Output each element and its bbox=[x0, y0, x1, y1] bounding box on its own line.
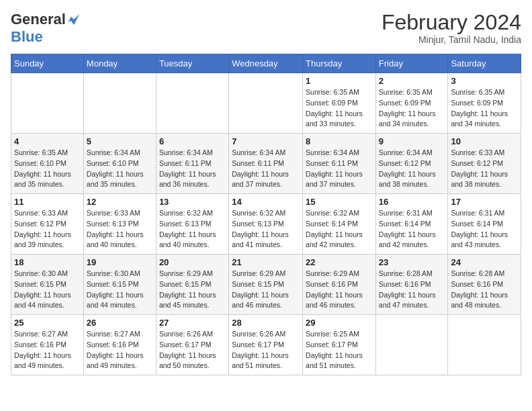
day-info: Sunrise: 6:33 AMSunset: 6:12 PMDaylight:… bbox=[14, 208, 81, 250]
day-number: 16 bbox=[379, 197, 445, 207]
day-of-week-wednesday: Wednesday bbox=[229, 54, 303, 73]
day-number: 29 bbox=[306, 318, 373, 328]
day-info: Sunrise: 6:34 AMSunset: 6:11 PMDaylight:… bbox=[306, 148, 373, 190]
calendar-cell: 5Sunrise: 6:34 AMSunset: 6:10 PMDaylight… bbox=[83, 134, 156, 194]
day-info: Sunrise: 6:31 AMSunset: 6:14 PMDaylight:… bbox=[451, 208, 518, 250]
header: General Blue February 2024 Minjur, Tamil… bbox=[11, 11, 521, 46]
day-number: 6 bbox=[159, 136, 226, 146]
calendar-cell: 7Sunrise: 6:34 AMSunset: 6:11 PMDaylight… bbox=[229, 134, 303, 194]
day-info: Sunrise: 6:34 AMSunset: 6:11 PMDaylight:… bbox=[232, 148, 300, 190]
calendar-cell: 16Sunrise: 6:31 AMSunset: 6:14 PMDayligh… bbox=[375, 194, 448, 255]
calendar-cell: 15Sunrise: 6:32 AMSunset: 6:14 PMDayligh… bbox=[303, 194, 376, 255]
calendar-cell: 9Sunrise: 6:34 AMSunset: 6:12 PMDaylight… bbox=[375, 134, 448, 194]
location-subtitle: Minjur, Tamil Nadu, India bbox=[382, 34, 521, 45]
day-number: 24 bbox=[451, 257, 518, 267]
day-number: 9 bbox=[379, 136, 445, 146]
day-info: Sunrise: 6:30 AMSunset: 6:15 PMDaylight:… bbox=[14, 269, 81, 311]
day-info: Sunrise: 6:32 AMSunset: 6:13 PMDaylight:… bbox=[232, 208, 300, 250]
day-of-week-thursday: Thursday bbox=[303, 54, 376, 73]
day-number: 2 bbox=[379, 76, 445, 86]
calendar-cell: 6Sunrise: 6:34 AMSunset: 6:11 PMDaylight… bbox=[156, 134, 228, 194]
day-number: 7 bbox=[232, 136, 300, 146]
day-info: Sunrise: 6:34 AMSunset: 6:10 PMDaylight:… bbox=[87, 148, 153, 190]
day-number: 13 bbox=[159, 197, 226, 207]
day-number: 19 bbox=[87, 257, 153, 267]
calendar-cell: 13Sunrise: 6:32 AMSunset: 6:13 PMDayligh… bbox=[156, 194, 228, 255]
day-number: 1 bbox=[306, 76, 373, 86]
calendar-cell: 19Sunrise: 6:30 AMSunset: 6:15 PMDayligh… bbox=[83, 255, 156, 315]
calendar-cell: 10Sunrise: 6:33 AMSunset: 6:12 PMDayligh… bbox=[448, 134, 521, 194]
calendar-cell: 27Sunrise: 6:26 AMSunset: 6:17 PMDayligh… bbox=[156, 315, 228, 375]
calendar-cell bbox=[375, 315, 448, 375]
calendar-cell bbox=[156, 73, 228, 134]
calendar-cell bbox=[11, 73, 84, 134]
calendar-cell bbox=[448, 315, 521, 375]
calendar-week-row: 1Sunrise: 6:35 AMSunset: 6:09 PMDaylight… bbox=[11, 73, 521, 134]
day-info: Sunrise: 6:31 AMSunset: 6:14 PMDaylight:… bbox=[379, 208, 445, 250]
day-info: Sunrise: 6:29 AMSunset: 6:15 PMDaylight:… bbox=[232, 269, 300, 311]
calendar-cell: 4Sunrise: 6:35 AMSunset: 6:10 PMDaylight… bbox=[11, 134, 84, 194]
day-info: Sunrise: 6:30 AMSunset: 6:15 PMDaylight:… bbox=[87, 269, 153, 311]
day-info: Sunrise: 6:28 AMSunset: 6:16 PMDaylight:… bbox=[379, 269, 445, 311]
calendar-week-row: 4Sunrise: 6:35 AMSunset: 6:10 PMDaylight… bbox=[11, 134, 521, 194]
calendar-cell: 8Sunrise: 6:34 AMSunset: 6:11 PMDaylight… bbox=[303, 134, 376, 194]
day-of-week-saturday: Saturday bbox=[448, 54, 521, 73]
calendar-cell: 24Sunrise: 6:28 AMSunset: 6:16 PMDayligh… bbox=[448, 255, 521, 315]
calendar-cell bbox=[83, 73, 156, 134]
calendar-cell: 14Sunrise: 6:32 AMSunset: 6:13 PMDayligh… bbox=[229, 194, 303, 255]
day-info: Sunrise: 6:32 AMSunset: 6:13 PMDaylight:… bbox=[159, 208, 226, 250]
calendar-week-row: 11Sunrise: 6:33 AMSunset: 6:12 PMDayligh… bbox=[11, 194, 521, 255]
day-number: 23 bbox=[379, 257, 445, 267]
logo-blue-text: Blue bbox=[11, 28, 43, 46]
calendar-header-row: SundayMondayTuesdayWednesdayThursdayFrid… bbox=[11, 54, 521, 73]
day-number: 18 bbox=[14, 257, 81, 267]
logo-general-text: General bbox=[11, 11, 66, 28]
calendar-cell: 25Sunrise: 6:27 AMSunset: 6:16 PMDayligh… bbox=[11, 315, 84, 375]
day-info: Sunrise: 6:34 AMSunset: 6:12 PMDaylight:… bbox=[379, 148, 445, 190]
day-info: Sunrise: 6:29 AMSunset: 6:15 PMDaylight:… bbox=[159, 269, 226, 311]
day-number: 27 bbox=[159, 318, 226, 328]
day-info: Sunrise: 6:26 AMSunset: 6:17 PMDaylight:… bbox=[159, 329, 226, 371]
calendar-cell: 1Sunrise: 6:35 AMSunset: 6:09 PMDaylight… bbox=[303, 73, 376, 134]
month-year-title: February 2024 bbox=[382, 11, 521, 34]
calendar-cell: 28Sunrise: 6:26 AMSunset: 6:17 PMDayligh… bbox=[229, 315, 303, 375]
calendar-cell: 2Sunrise: 6:35 AMSunset: 6:09 PMDaylight… bbox=[375, 73, 448, 134]
day-of-week-friday: Friday bbox=[375, 54, 448, 73]
day-number: 11 bbox=[14, 197, 81, 207]
day-number: 12 bbox=[87, 197, 153, 207]
day-number: 21 bbox=[232, 257, 300, 267]
day-of-week-tuesday: Tuesday bbox=[156, 54, 228, 73]
day-number: 4 bbox=[14, 136, 81, 146]
day-info: Sunrise: 6:33 AMSunset: 6:13 PMDaylight:… bbox=[87, 208, 153, 250]
day-info: Sunrise: 6:27 AMSunset: 6:16 PMDaylight:… bbox=[14, 329, 81, 371]
day-info: Sunrise: 6:25 AMSunset: 6:17 PMDaylight:… bbox=[306, 329, 373, 371]
calendar-cell: 20Sunrise: 6:29 AMSunset: 6:15 PMDayligh… bbox=[156, 255, 228, 315]
day-number: 28 bbox=[232, 318, 300, 328]
calendar-cell: 22Sunrise: 6:29 AMSunset: 6:16 PMDayligh… bbox=[303, 255, 376, 315]
day-info: Sunrise: 6:27 AMSunset: 6:16 PMDaylight:… bbox=[87, 329, 153, 371]
day-of-week-monday: Monday bbox=[83, 54, 156, 73]
day-info: Sunrise: 6:34 AMSunset: 6:11 PMDaylight:… bbox=[159, 148, 226, 190]
title-area: February 2024 Minjur, Tamil Nadu, India bbox=[382, 11, 521, 45]
day-number: 10 bbox=[451, 136, 518, 146]
day-info: Sunrise: 6:35 AMSunset: 6:10 PMDaylight:… bbox=[14, 148, 81, 190]
day-info: Sunrise: 6:28 AMSunset: 6:16 PMDaylight:… bbox=[451, 269, 518, 311]
calendar-cell: 23Sunrise: 6:28 AMSunset: 6:16 PMDayligh… bbox=[375, 255, 448, 315]
calendar-table: SundayMondayTuesdayWednesdayThursdayFrid… bbox=[11, 54, 521, 375]
calendar-week-row: 18Sunrise: 6:30 AMSunset: 6:15 PMDayligh… bbox=[11, 255, 521, 315]
calendar-cell: 18Sunrise: 6:30 AMSunset: 6:15 PMDayligh… bbox=[11, 255, 84, 315]
day-number: 3 bbox=[451, 76, 518, 86]
day-number: 8 bbox=[306, 136, 373, 146]
day-info: Sunrise: 6:35 AMSunset: 6:09 PMDaylight:… bbox=[379, 87, 445, 130]
calendar-week-row: 25Sunrise: 6:27 AMSunset: 6:16 PMDayligh… bbox=[11, 315, 521, 375]
calendar-cell bbox=[229, 73, 303, 134]
calendar-cell: 3Sunrise: 6:35 AMSunset: 6:09 PMDaylight… bbox=[448, 73, 521, 134]
day-info: Sunrise: 6:35 AMSunset: 6:09 PMDaylight:… bbox=[451, 87, 518, 130]
day-number: 5 bbox=[87, 136, 153, 146]
logo-bird-icon bbox=[67, 13, 81, 26]
day-number: 25 bbox=[14, 318, 81, 328]
day-info: Sunrise: 6:33 AMSunset: 6:12 PMDaylight:… bbox=[451, 148, 518, 190]
day-number: 17 bbox=[451, 197, 518, 207]
calendar-cell: 26Sunrise: 6:27 AMSunset: 6:16 PMDayligh… bbox=[83, 315, 156, 375]
day-number: 14 bbox=[232, 197, 300, 207]
